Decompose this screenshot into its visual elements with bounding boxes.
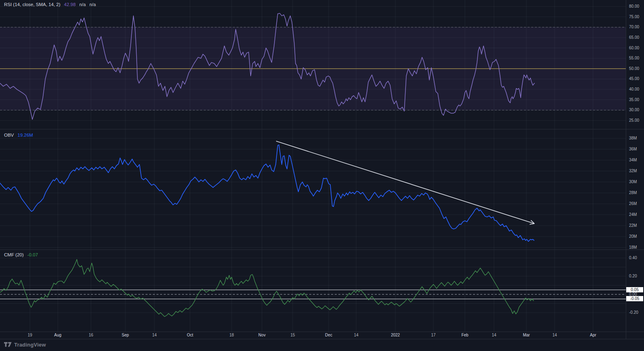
rsi-legend-na: n/a xyxy=(89,2,96,7)
time-tick-label: 15 xyxy=(284,333,302,337)
indicator-legend-cmf[interactable]: CMF (20) -0.07 xyxy=(4,252,38,257)
price-tick-label: 70.00 xyxy=(629,25,639,29)
price-tick-label: 25.00 xyxy=(629,118,639,123)
price-tick-label: 50.00 xyxy=(629,66,639,71)
price-axis[interactable]: 80.0075.0070.0065.0060.0055.0050.0045.00… xyxy=(626,0,644,339)
time-tick-label: 2022 xyxy=(386,333,404,337)
price-tick-label: 65.00 xyxy=(629,35,639,40)
price-tick-label: 32M xyxy=(629,169,637,173)
chart-surface[interactable] xyxy=(0,0,644,351)
time-tick-label: Mar xyxy=(517,333,535,337)
time-tick-label: 19 xyxy=(21,333,39,337)
price-tick-label: 80.00 xyxy=(629,4,639,8)
rsi-legend-value: 42.98 xyxy=(64,2,76,7)
tradingview-logo[interactable]: TradingView xyxy=(4,342,46,348)
cmf-legend-value: -0.07 xyxy=(27,252,38,257)
time-tick-label: Sep xyxy=(116,333,134,337)
indicator-legend-rsi[interactable]: RSI (14, close, SMA, 14, 2) 42.98 n/a n/… xyxy=(4,2,96,7)
tradingview-logo-icon xyxy=(4,342,12,348)
price-tick-label: 36M xyxy=(629,147,637,151)
tradingview-logo-text: TradingView xyxy=(14,342,46,348)
time-tick-label: 14 xyxy=(347,333,365,337)
price-tick-label: 0.40 xyxy=(629,256,637,260)
price-tick-label: 40.00 xyxy=(629,87,639,91)
price-tick-label: 34M xyxy=(629,158,637,162)
time-tick-label: Oct xyxy=(181,333,199,337)
time-axis[interactable]: 19Aug16Sep14Oct18Nov15Dec14202217Feb14Ma… xyxy=(0,332,644,339)
time-tick-label: Apr xyxy=(584,333,602,337)
rsi-legend-title: RSI (14, close, SMA, 14, 2) xyxy=(4,2,60,7)
price-tick-label: 55.00 xyxy=(629,56,639,60)
obv-legend-value: 19.26M xyxy=(17,133,33,137)
price-tick-label: 35.00 xyxy=(629,97,639,102)
price-tick-label: 0.20 xyxy=(629,274,637,278)
time-tick-label: 14 xyxy=(146,333,163,337)
indicator-legend-obv[interactable]: OBV 19.26M xyxy=(4,133,33,137)
price-level-badge: 0.05 xyxy=(626,287,643,292)
time-tick-label: 17 xyxy=(424,333,442,337)
cmf-legend-title: CMF (20) xyxy=(4,252,24,257)
price-tick-label: 20M xyxy=(629,234,637,239)
time-tick-label: 14 xyxy=(485,333,503,337)
price-tick-label: 18M xyxy=(629,245,637,250)
time-tick-label: 14 xyxy=(546,333,564,337)
price-level-badge: -0.05 xyxy=(626,296,643,301)
time-tick-label: 18 xyxy=(223,333,241,337)
time-tick-label: Dec xyxy=(320,333,338,337)
time-tick-label: Nov xyxy=(253,333,271,337)
price-tick-label: 30.00 xyxy=(629,108,639,112)
price-tick-label: 38M xyxy=(629,136,637,140)
price-tick-label: 26M xyxy=(629,201,637,206)
time-tick-label: 16 xyxy=(82,333,100,337)
price-tick-label: 24M xyxy=(629,212,637,217)
obv-legend-title: OBV xyxy=(4,133,14,137)
time-tick-label: Feb xyxy=(456,333,474,337)
price-tick-label: -0.20 xyxy=(629,310,638,315)
tradingview-chart: RSI (14, close, SMA, 14, 2) 42.98 n/a n/… xyxy=(0,0,644,351)
price-tick-label: 75.00 xyxy=(629,15,639,19)
time-tick-label: Aug xyxy=(49,333,67,337)
price-tick-label: 30M xyxy=(629,180,637,184)
price-tick-label: 45.00 xyxy=(629,76,639,81)
price-tick-label: 60.00 xyxy=(629,46,639,50)
price-tick-label: 28M xyxy=(629,190,637,195)
rsi-legend-na: n/a xyxy=(79,2,86,7)
price-tick-label: 22M xyxy=(629,223,637,228)
